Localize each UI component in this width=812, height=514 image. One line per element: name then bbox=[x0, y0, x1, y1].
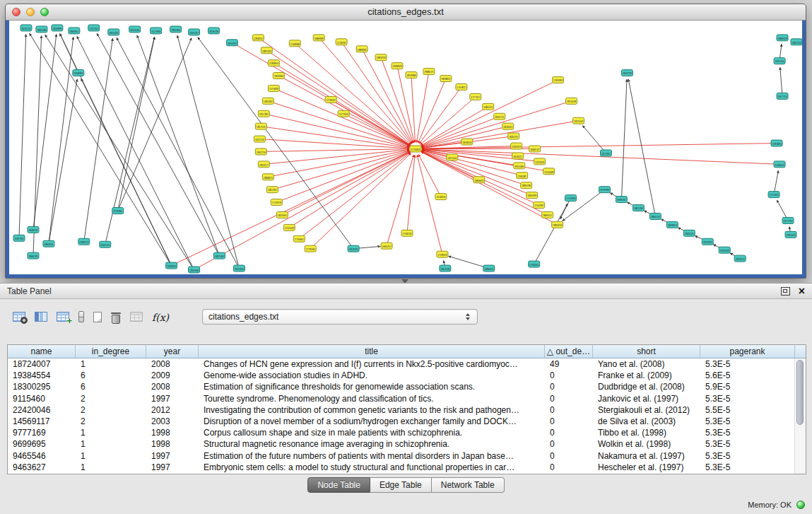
citation-edge-red[interactable] bbox=[343, 114, 410, 146]
citation-edge-black[interactable] bbox=[780, 67, 782, 96]
zoom-button[interactable] bbox=[40, 8, 49, 16]
table-vertical-scrollbar[interactable] bbox=[794, 358, 806, 474]
add-column-icon[interactable] bbox=[57, 312, 69, 322]
graph-node-label: 1932450 bbox=[720, 249, 729, 252]
citation-edge-red[interactable] bbox=[261, 127, 409, 148]
table-row[interactable]: 1938455462009Genome-wide association stu… bbox=[8, 370, 806, 381]
column-header[interactable]: in_degree bbox=[76, 345, 146, 358]
delete-table-icon[interactable] bbox=[111, 311, 121, 323]
citation-edge-black[interactable] bbox=[45, 35, 194, 270]
citation-edge-red[interactable] bbox=[282, 151, 410, 214]
citation-edge-black[interactable] bbox=[84, 38, 113, 241]
function-builder-icon[interactable]: f(x) bbox=[152, 311, 169, 323]
citation-edge-black[interactable] bbox=[582, 126, 606, 153]
graph-node-label: 1806453 bbox=[484, 267, 493, 271]
citation-edge-black[interactable] bbox=[137, 35, 220, 256]
citation-edge-black[interactable] bbox=[81, 78, 172, 265]
citation-edge-red[interactable] bbox=[299, 153, 411, 239]
citation-edge-black[interactable] bbox=[774, 170, 778, 194]
table-cell: 0 bbox=[545, 439, 593, 449]
graph-node-label: 1926164 bbox=[274, 74, 283, 78]
citation-edge-red[interactable] bbox=[259, 139, 409, 148]
citation-edge-black[interactable] bbox=[628, 79, 655, 216]
citation-edge-black[interactable] bbox=[49, 79, 77, 244]
scrollbar-thumb[interactable] bbox=[796, 360, 804, 425]
citation-edge-red[interactable] bbox=[261, 149, 409, 152]
citation-edge-black[interactable] bbox=[97, 33, 219, 255]
column-header[interactable]: pagerank bbox=[700, 345, 795, 358]
table-selector-combobox[interactable]: citations_edges.txt bbox=[202, 309, 478, 325]
table-row[interactable]: 1830029562008Estimation of significance … bbox=[8, 381, 806, 392]
citation-edge-red[interactable] bbox=[417, 155, 442, 254]
citation-edge-black[interactable] bbox=[19, 34, 26, 238]
table-row[interactable]: 946554611997Estimation of the future num… bbox=[8, 450, 806, 462]
column-visibility-icon[interactable] bbox=[35, 312, 47, 322]
citation-edge-black[interactable] bbox=[449, 256, 489, 268]
import-table-icon[interactable] bbox=[130, 312, 143, 322]
table-cell: 1998 bbox=[146, 428, 199, 438]
citation-edge-black[interactable] bbox=[33, 34, 57, 230]
graph-node-label: 1605431 bbox=[685, 232, 694, 235]
window-titlebar[interactable]: citations_edges.txt bbox=[6, 4, 806, 21]
citation-edge-black[interactable] bbox=[117, 37, 239, 268]
citation-edge-black[interactable] bbox=[621, 79, 627, 199]
citation-edge-red[interactable] bbox=[276, 151, 409, 202]
tab-network-table[interactable]: Network Table bbox=[432, 477, 505, 493]
graph-node-label: 1685231 bbox=[483, 105, 493, 109]
table-row[interactable]: 911546021997Tourette syndrome. Phenomeno… bbox=[8, 393, 806, 404]
column-header[interactable]: name bbox=[8, 345, 76, 358]
close-panel-icon[interactable]: × bbox=[799, 286, 805, 296]
graph-node-label: 1609443 bbox=[668, 223, 677, 227]
table-row[interactable]: 946362711997Embryonic stem cells: a mode… bbox=[8, 462, 806, 473]
citation-edge-black[interactable] bbox=[118, 37, 155, 211]
citation-edge-black[interactable] bbox=[198, 37, 353, 249]
citation-edge-black[interactable] bbox=[60, 34, 78, 74]
table-cell: de Silva et al. (2003) bbox=[593, 416, 700, 426]
tab-node-table[interactable]: Node Table bbox=[307, 477, 370, 493]
row-selector-icon[interactable] bbox=[78, 311, 84, 322]
graph-node-label: 1849629 bbox=[393, 64, 402, 68]
table-row[interactable]: 2242004622012Investigating the contribut… bbox=[8, 404, 806, 416]
citation-edge-red[interactable] bbox=[422, 151, 522, 176]
table-row[interactable]: 969969511998Structural magnetic resonanc… bbox=[8, 438, 806, 450]
table-cell: 49 bbox=[545, 359, 593, 369]
table-row[interactable]: 977716911998Corpus callosum shape and si… bbox=[8, 427, 806, 438]
graph-node-label: 1724043 bbox=[411, 148, 420, 151]
citation-edge-black[interactable] bbox=[177, 35, 240, 268]
graph-node-label: 1853165 bbox=[130, 28, 139, 32]
table-mode-icon[interactable] bbox=[13, 312, 25, 322]
citation-edge-red[interactable] bbox=[273, 88, 409, 146]
float-panel-icon[interactable] bbox=[781, 287, 790, 296]
tab-edge-table[interactable]: Edge Table bbox=[370, 477, 432, 493]
table-row[interactable]: 1456911722003Disruption of a novel membe… bbox=[8, 416, 806, 427]
citation-edge-red[interactable] bbox=[419, 87, 461, 144]
network-view-canvas[interactable]: 1724043226001218815032280854192616415756… bbox=[9, 21, 802, 274]
citation-edge-red[interactable] bbox=[194, 152, 411, 270]
citation-edge-red[interactable] bbox=[420, 97, 476, 145]
close-button[interactable] bbox=[12, 8, 20, 16]
citation-edge-red[interactable] bbox=[273, 63, 410, 146]
citation-network-graph[interactable]: 1724043226001218815032280854192616415756… bbox=[9, 21, 802, 274]
citation-edge-black[interactable] bbox=[33, 35, 42, 255]
citation-edge-red[interactable] bbox=[319, 37, 411, 144]
new-document-icon[interactable] bbox=[93, 312, 102, 322]
citation-edge-red[interactable] bbox=[407, 155, 415, 233]
citation-edge-red[interactable] bbox=[289, 152, 410, 228]
minimize-button[interactable] bbox=[26, 8, 35, 16]
citation-edge-red[interactable] bbox=[310, 153, 411, 249]
table-row[interactable]: 1872400712008Changes of HCN gene express… bbox=[8, 358, 806, 370]
table-cell: Estimation of significance thresholds fo… bbox=[199, 382, 545, 392]
citation-edge-black[interactable] bbox=[563, 189, 605, 221]
citation-edge-black[interactable] bbox=[77, 36, 194, 269]
table-cell: 5.3E-5 bbox=[700, 428, 743, 438]
citation-edge-red[interactable] bbox=[381, 57, 413, 143]
table-cell: Investigating the contribution of common… bbox=[199, 405, 545, 415]
column-header[interactable]: short bbox=[593, 345, 700, 358]
graph-node-label: 1696091 bbox=[358, 48, 367, 52]
graph-node-label: 1518455 bbox=[436, 195, 445, 199]
column-header[interactable]: title bbox=[199, 345, 545, 358]
graph-node-label: 1983250 bbox=[377, 57, 386, 60]
column-header[interactable]: year bbox=[146, 345, 199, 358]
column-header[interactable]: △ out_de… bbox=[545, 345, 593, 358]
citation-edge-red[interactable] bbox=[422, 144, 777, 149]
